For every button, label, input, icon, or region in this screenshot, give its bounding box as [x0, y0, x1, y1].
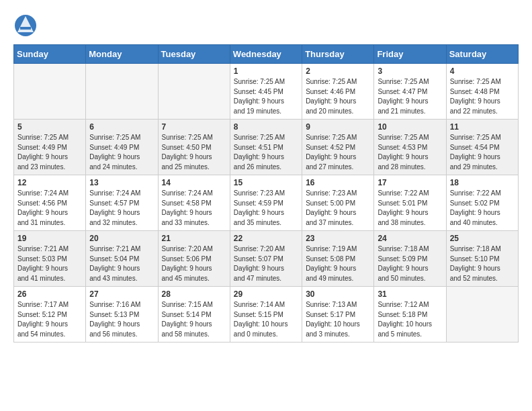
day-number: 27 [89, 289, 154, 299]
day-info: Sunrise: 7:20 AM Sunset: 5:06 PM Dayligh… [162, 244, 226, 283]
calendar-day-cell [446, 287, 518, 342]
day-number: 7 [162, 122, 226, 132]
day-info: Sunrise: 7:25 AM Sunset: 4:48 PM Dayligh… [450, 77, 515, 116]
day-info: Sunrise: 7:25 AM Sunset: 4:54 PM Dayligh… [450, 133, 515, 172]
logo-icon [13, 13, 38, 38]
day-number: 21 [162, 234, 226, 243]
day-number: 2 [306, 66, 370, 76]
day-number: 28 [162, 289, 226, 299]
day-number: 4 [450, 66, 515, 76]
calendar-day-cell: 28Sunrise: 7:15 AM Sunset: 5:14 PM Dayli… [158, 287, 230, 342]
day-info: Sunrise: 7:25 AM Sunset: 4:53 PM Dayligh… [378, 133, 442, 172]
day-info: Sunrise: 7:13 AM Sunset: 5:17 PM Dayligh… [306, 300, 370, 339]
weekday-header-sunday: Sunday [14, 45, 86, 64]
weekday-header-thursday: Thursday [302, 45, 374, 64]
weekday-header-tuesday: Tuesday [158, 45, 230, 64]
calendar-day-cell: 26Sunrise: 7:17 AM Sunset: 5:12 PM Dayli… [14, 287, 86, 342]
day-info: Sunrise: 7:18 AM Sunset: 5:10 PM Dayligh… [450, 244, 515, 283]
day-info: Sunrise: 7:25 AM Sunset: 4:51 PM Dayligh… [234, 133, 298, 172]
day-number: 16 [306, 178, 370, 187]
calendar-day-cell [158, 64, 230, 120]
calendar-day-cell: 20Sunrise: 7:21 AM Sunset: 5:04 PM Dayli… [86, 231, 158, 287]
calendar-day-cell: 2Sunrise: 7:25 AM Sunset: 4:46 PM Daylig… [302, 64, 374, 120]
day-number: 3 [378, 66, 442, 76]
day-number: 5 [17, 122, 82, 132]
day-info: Sunrise: 7:15 AM Sunset: 5:14 PM Dayligh… [162, 300, 226, 339]
calendar-day-cell: 18Sunrise: 7:22 AM Sunset: 5:02 PM Dayli… [446, 175, 518, 231]
calendar-day-cell: 21Sunrise: 7:20 AM Sunset: 5:06 PM Dayli… [158, 231, 230, 287]
day-info: Sunrise: 7:22 AM Sunset: 5:01 PM Dayligh… [378, 189, 442, 228]
calendar-week-row: 5Sunrise: 7:25 AM Sunset: 4:49 PM Daylig… [14, 120, 519, 175]
calendar-day-cell: 4Sunrise: 7:25 AM Sunset: 4:48 PM Daylig… [446, 64, 518, 120]
day-info: Sunrise: 7:25 AM Sunset: 4:49 PM Dayligh… [17, 133, 82, 172]
day-number: 6 [89, 122, 154, 132]
day-number: 30 [306, 289, 370, 299]
day-info: Sunrise: 7:24 AM Sunset: 4:57 PM Dayligh… [89, 189, 154, 228]
day-number: 13 [89, 178, 154, 187]
day-info: Sunrise: 7:18 AM Sunset: 5:09 PM Dayligh… [378, 244, 442, 283]
calendar-day-cell: 23Sunrise: 7:19 AM Sunset: 5:08 PM Dayli… [302, 231, 374, 287]
calendar-day-cell: 6Sunrise: 7:25 AM Sunset: 4:49 PM Daylig… [86, 120, 158, 175]
day-info: Sunrise: 7:17 AM Sunset: 5:12 PM Dayligh… [17, 300, 82, 339]
svg-rect-2 [20, 27, 31, 30]
calendar-day-cell: 17Sunrise: 7:22 AM Sunset: 5:01 PM Dayli… [374, 175, 446, 231]
day-number: 17 [378, 178, 442, 187]
day-info: Sunrise: 7:25 AM Sunset: 4:47 PM Dayligh… [378, 77, 442, 116]
calendar-day-cell: 24Sunrise: 7:18 AM Sunset: 5:09 PM Dayli… [374, 231, 446, 287]
weekday-header-monday: Monday [86, 45, 158, 64]
day-info: Sunrise: 7:12 AM Sunset: 5:18 PM Dayligh… [378, 300, 442, 339]
day-info: Sunrise: 7:21 AM Sunset: 5:04 PM Dayligh… [89, 244, 154, 283]
calendar-day-cell: 13Sunrise: 7:24 AM Sunset: 4:57 PM Dayli… [86, 175, 158, 231]
day-info: Sunrise: 7:23 AM Sunset: 4:59 PM Dayligh… [234, 189, 298, 228]
calendar-day-cell: 11Sunrise: 7:25 AM Sunset: 4:54 PM Dayli… [446, 120, 518, 175]
day-number: 8 [234, 122, 298, 132]
calendar-week-row: 19Sunrise: 7:21 AM Sunset: 5:03 PM Dayli… [14, 231, 519, 287]
calendar-day-cell: 31Sunrise: 7:12 AM Sunset: 5:18 PM Dayli… [374, 287, 446, 342]
calendar-week-row: 12Sunrise: 7:24 AM Sunset: 4:56 PM Dayli… [14, 175, 519, 231]
calendar-day-cell: 8Sunrise: 7:25 AM Sunset: 4:51 PM Daylig… [230, 120, 302, 175]
calendar-day-cell: 15Sunrise: 7:23 AM Sunset: 4:59 PM Dayli… [230, 175, 302, 231]
day-info: Sunrise: 7:25 AM Sunset: 4:50 PM Dayligh… [162, 133, 226, 172]
calendar-day-cell: 5Sunrise: 7:25 AM Sunset: 4:49 PM Daylig… [14, 120, 86, 175]
weekday-header-wednesday: Wednesday [230, 45, 302, 64]
header [13, 11, 519, 38]
day-number: 14 [162, 178, 226, 187]
calendar-day-cell: 3Sunrise: 7:25 AM Sunset: 4:47 PM Daylig… [374, 64, 446, 120]
calendar-day-cell: 30Sunrise: 7:13 AM Sunset: 5:17 PM Dayli… [302, 287, 374, 342]
day-number: 22 [234, 234, 298, 243]
calendar-day-cell [86, 64, 158, 120]
day-number: 20 [89, 234, 154, 243]
day-number: 29 [234, 289, 298, 299]
day-info: Sunrise: 7:22 AM Sunset: 5:02 PM Dayligh… [450, 189, 515, 228]
calendar-day-cell: 29Sunrise: 7:14 AM Sunset: 5:15 PM Dayli… [230, 287, 302, 342]
calendar-day-cell [14, 64, 86, 120]
day-number: 23 [306, 234, 370, 243]
calendar-day-cell: 10Sunrise: 7:25 AM Sunset: 4:53 PM Dayli… [374, 120, 446, 175]
day-number: 10 [378, 122, 442, 132]
day-number: 1 [234, 66, 298, 76]
day-number: 11 [450, 122, 515, 132]
weekday-header-row: SundayMondayTuesdayWednesdayThursdayFrid… [14, 45, 519, 64]
day-info: Sunrise: 7:25 AM Sunset: 4:45 PM Dayligh… [234, 77, 298, 116]
day-number: 26 [17, 289, 82, 299]
calendar-day-cell: 19Sunrise: 7:21 AM Sunset: 5:03 PM Dayli… [14, 231, 86, 287]
day-info: Sunrise: 7:14 AM Sunset: 5:15 PM Dayligh… [234, 300, 298, 339]
calendar-day-cell: 14Sunrise: 7:24 AM Sunset: 4:58 PM Dayli… [158, 175, 230, 231]
calendar-day-cell: 25Sunrise: 7:18 AM Sunset: 5:10 PM Dayli… [446, 231, 518, 287]
day-number: 24 [378, 234, 442, 243]
calendar-day-cell: 9Sunrise: 7:25 AM Sunset: 4:52 PM Daylig… [302, 120, 374, 175]
calendar-week-row: 26Sunrise: 7:17 AM Sunset: 5:12 PM Dayli… [14, 287, 519, 342]
calendar-week-row: 1Sunrise: 7:25 AM Sunset: 4:45 PM Daylig… [14, 64, 519, 120]
day-info: Sunrise: 7:16 AM Sunset: 5:13 PM Dayligh… [89, 300, 154, 339]
calendar-day-cell: 27Sunrise: 7:16 AM Sunset: 5:13 PM Dayli… [86, 287, 158, 342]
day-number: 12 [17, 178, 82, 187]
calendar-day-cell: 12Sunrise: 7:24 AM Sunset: 4:56 PM Dayli… [14, 175, 86, 231]
day-info: Sunrise: 7:25 AM Sunset: 4:52 PM Dayligh… [306, 133, 370, 172]
weekday-header-friday: Friday [374, 45, 446, 64]
day-info: Sunrise: 7:24 AM Sunset: 4:56 PM Dayligh… [17, 189, 82, 228]
logo [13, 13, 40, 38]
calendar-day-cell: 22Sunrise: 7:20 AM Sunset: 5:07 PM Dayli… [230, 231, 302, 287]
calendar-day-cell: 7Sunrise: 7:25 AM Sunset: 4:50 PM Daylig… [158, 120, 230, 175]
day-number: 15 [234, 178, 298, 187]
day-number: 18 [450, 178, 515, 187]
